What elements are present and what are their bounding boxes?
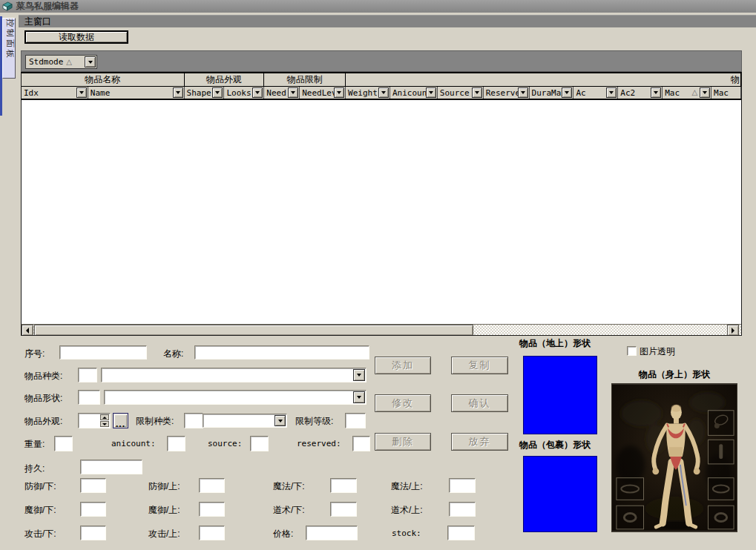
magic-max-input[interactable] bbox=[449, 478, 476, 493]
column-header-needlev[interactable]: NeedLev bbox=[300, 87, 346, 99]
column-header-mac[interactable]: Mac△ bbox=[663, 87, 711, 99]
chevron-down-icon bbox=[429, 91, 433, 94]
durability-input[interactable] bbox=[80, 460, 142, 474]
price-label: 价格: bbox=[273, 528, 293, 540]
taoism-min-input[interactable] bbox=[330, 502, 357, 517]
ring-left-slot bbox=[617, 506, 644, 529]
column-header-looks[interactable]: Looks bbox=[224, 87, 264, 99]
column-header-ac2[interactable]: Ac2 bbox=[618, 87, 663, 99]
ellipsis-label: ... bbox=[116, 420, 125, 428]
attack-max-input[interactable] bbox=[199, 526, 225, 540]
column-filter-dropdown-button[interactable] bbox=[288, 87, 298, 98]
load-data-button[interactable]: 读取数据 bbox=[24, 30, 128, 44]
item-shape-dropdown-button[interactable] bbox=[353, 391, 365, 403]
horizontal-scrollbar[interactable] bbox=[22, 324, 741, 336]
defense-min-input[interactable] bbox=[80, 478, 106, 493]
sort-ascending-icon: △ bbox=[66, 58, 72, 66]
column-header-ac[interactable]: Ac bbox=[573, 87, 618, 99]
taoism-max-input[interactable] bbox=[449, 502, 476, 517]
chevron-down-icon bbox=[357, 374, 361, 377]
column-filter-dropdown-button[interactable] bbox=[212, 87, 223, 98]
column-header-mac[interactable]: Mac bbox=[711, 87, 741, 99]
stock-input[interactable] bbox=[447, 526, 475, 540]
sidebar-tab-control-panel[interactable]: 控制面板 bbox=[2, 18, 16, 79]
image-transparent-label: 图片透明 bbox=[640, 345, 675, 358]
scroll-thumb[interactable] bbox=[34, 325, 473, 336]
price-input[interactable] bbox=[306, 526, 358, 540]
column-header-source[interactable]: Source bbox=[438, 87, 484, 99]
arrow-left-icon bbox=[26, 328, 29, 334]
column-header-shape[interactable]: Shape bbox=[185, 87, 225, 99]
magic-defense-max-input[interactable] bbox=[199, 502, 225, 517]
item-kind-code-input[interactable] bbox=[78, 368, 97, 382]
need-level-label: 限制等级: bbox=[295, 415, 333, 428]
column-header-anicoun[interactable]: Anicoun bbox=[390, 87, 438, 99]
arrow-up-icon bbox=[102, 417, 107, 419]
column-filter-dropdown-button[interactable] bbox=[173, 87, 183, 98]
body-shape-label: 物品（身上）形状 bbox=[611, 368, 737, 381]
title-bar: 菜鸟私服编辑器 bbox=[0, 0, 756, 13]
column-filter-dropdown-button[interactable] bbox=[518, 87, 528, 98]
image-transparent-checkbox[interactable] bbox=[627, 346, 637, 356]
source-input[interactable] bbox=[250, 436, 269, 451]
table-body[interactable] bbox=[22, 100, 741, 324]
taoism-min-label: 道术/下: bbox=[273, 504, 305, 517]
chevron-down-icon bbox=[215, 91, 220, 94]
attack-min-input[interactable] bbox=[80, 526, 106, 540]
chevron-down-icon bbox=[654, 91, 658, 94]
scroll-left-button[interactable] bbox=[22, 325, 33, 336]
delete-button[interactable]: 删除 bbox=[375, 433, 431, 451]
groupby-dropdown-button[interactable] bbox=[85, 56, 96, 67]
confirm-button[interactable]: 确认 bbox=[451, 394, 508, 412]
bag-shape-preview bbox=[523, 456, 597, 532]
column-header-weight[interactable]: Weight bbox=[346, 87, 390, 99]
stock-label: stock: bbox=[392, 529, 421, 538]
column-header-need[interactable]: Need bbox=[264, 87, 300, 99]
item-shape-select[interactable] bbox=[104, 390, 367, 405]
item-kind-select[interactable] bbox=[101, 368, 367, 382]
column-header-idx[interactable]: Idx bbox=[22, 87, 88, 99]
column-header-reserve[interactable]: Reserve bbox=[484, 87, 530, 99]
anicount-input[interactable] bbox=[167, 436, 185, 451]
column-filter-dropdown-button[interactable] bbox=[700, 87, 710, 98]
item-kind-dropdown-button[interactable] bbox=[353, 369, 365, 381]
weight-input[interactable] bbox=[54, 436, 73, 451]
chevron-down-icon bbox=[565, 91, 569, 94]
reserved-input[interactable] bbox=[352, 436, 370, 451]
spin-down-button[interactable] bbox=[100, 421, 109, 427]
need-kind-code-input[interactable] bbox=[184, 413, 203, 428]
add-button[interactable]: 添加 bbox=[375, 357, 431, 374]
abandon-button[interactable]: 放弃 bbox=[451, 433, 508, 451]
scroll-right-button[interactable] bbox=[727, 325, 739, 336]
column-filter-dropdown-button[interactable] bbox=[562, 87, 572, 98]
item-shape-code-input[interactable] bbox=[78, 390, 100, 405]
idx-input[interactable] bbox=[59, 345, 147, 360]
item-looks-spinner[interactable] bbox=[78, 413, 111, 428]
copy-button[interactable]: 复制 bbox=[451, 357, 508, 374]
modify-button[interactable]: 修改 bbox=[375, 394, 431, 412]
defense-max-input[interactable] bbox=[199, 478, 225, 493]
column-filter-dropdown-button[interactable] bbox=[252, 87, 263, 98]
column-filter-dropdown-button[interactable] bbox=[651, 87, 661, 98]
chevron-down-icon bbox=[475, 91, 479, 94]
chevron-down-icon bbox=[357, 396, 361, 399]
column-filter-dropdown-button[interactable] bbox=[426, 87, 436, 98]
group-header: 物品外观 bbox=[185, 73, 265, 86]
column-filter-dropdown-button[interactable] bbox=[334, 87, 344, 98]
magic-min-input[interactable] bbox=[330, 478, 357, 493]
column-header-duramax[interactable]: DuraMax bbox=[530, 87, 574, 99]
spin-up-button[interactable] bbox=[100, 414, 109, 420]
body-shape-preview bbox=[611, 383, 737, 532]
magic-defense-min-input[interactable] bbox=[80, 502, 106, 517]
groupby-chip-stdmode[interactable]: Stdmode △ bbox=[25, 55, 97, 69]
browse-button[interactable]: ... bbox=[113, 413, 128, 428]
name-input[interactable] bbox=[194, 345, 369, 360]
column-filter-dropdown-button[interactable] bbox=[76, 87, 87, 98]
column-header-name[interactable]: Name bbox=[88, 87, 185, 99]
column-filter-dropdown-button[interactable] bbox=[472, 87, 482, 98]
need-level-input[interactable] bbox=[345, 413, 366, 428]
column-filter-dropdown-button[interactable] bbox=[606, 87, 617, 98]
column-filter-dropdown-button[interactable] bbox=[378, 87, 389, 98]
need-kind-dropdown-button[interactable] bbox=[275, 415, 286, 426]
need-kind-select[interactable] bbox=[203, 414, 287, 428]
